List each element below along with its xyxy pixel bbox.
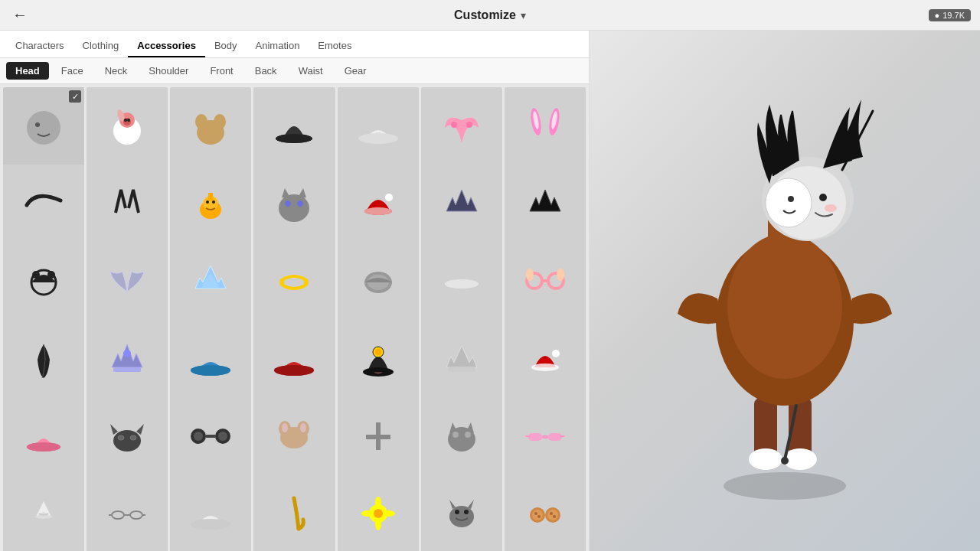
svg-point-74 — [300, 423, 306, 432]
grid-item-15[interactable] — [3, 242, 84, 323]
grid-item-36[interactable] — [3, 473, 84, 551]
grid-item-6[interactable] — [421, 87, 502, 168]
tab-animation[interactable]: Animation — [247, 35, 309, 57]
grid-item-25[interactable] — [253, 318, 335, 399]
title-area: Customize ▾ — [454, 8, 526, 22]
svg-point-108 — [550, 512, 553, 515]
character-container — [651, 69, 919, 513]
grid-item-32[interactable] — [253, 396, 335, 477]
subtab-front[interactable]: Front — [201, 62, 242, 80]
grid-item-39[interactable] — [253, 473, 335, 551]
grid-item-17[interactable] — [170, 242, 251, 323]
grid-item-12[interactable] — [338, 165, 419, 246]
svg-rect-82 — [548, 433, 562, 441]
grid-item-38[interactable] — [170, 473, 251, 551]
subtab-waist[interactable]: Waist — [289, 62, 332, 80]
svg-point-98 — [383, 510, 395, 517]
grid-item-20[interactable] — [421, 242, 502, 323]
svg-point-110 — [724, 472, 846, 500]
viewer-badge-icon: ● — [935, 11, 940, 20]
back-button[interactable]: ← — [12, 6, 28, 24]
svg-point-53 — [274, 365, 314, 376]
grid-item-31[interactable] — [170, 396, 251, 477]
grid-item-35[interactable] — [505, 396, 586, 477]
grid-item-7[interactable] — [505, 87, 586, 168]
grid-item-1[interactable]: ✓ — [3, 87, 84, 168]
svg-rect-15 — [376, 132, 381, 139]
svg-point-17 — [466, 122, 472, 128]
grid-item-30[interactable] — [87, 396, 168, 477]
svg-rect-26 — [208, 193, 213, 201]
left-panel: Characters Clothing Accessories Body Ani… — [0, 31, 590, 551]
tab-clothing[interactable]: Clothing — [74, 35, 129, 57]
svg-point-46 — [526, 269, 534, 281]
svg-point-109 — [553, 515, 556, 518]
svg-point-68 — [194, 432, 203, 441]
top-bar: ← Customize ▾ ● 19.7K — [0, 0, 980, 31]
grid-item-27[interactable] — [421, 318, 502, 399]
tab-accessories[interactable]: Accessories — [128, 35, 205, 57]
back-icon: ← — [12, 6, 28, 23]
grid-item-22[interactable] — [3, 318, 84, 399]
grid-item-14[interactable] — [505, 165, 586, 246]
subtab-gear[interactable]: Gear — [335, 62, 376, 80]
grid-item-19[interactable] — [338, 242, 419, 323]
svg-point-37 — [279, 279, 284, 286]
grid-item-10[interactable] — [170, 165, 251, 246]
grid-item-2[interactable] — [87, 87, 168, 168]
viewer-badge-count: 19.7K — [942, 11, 965, 20]
subtab-face[interactable]: Face — [52, 62, 93, 80]
svg-point-42 — [445, 279, 479, 289]
grid-item-5[interactable] — [338, 87, 419, 168]
tab-characters[interactable]: Characters — [6, 35, 74, 57]
dropdown-icon[interactable]: ▾ — [521, 9, 526, 21]
svg-point-121 — [788, 196, 794, 202]
svg-point-56 — [375, 349, 381, 355]
svg-point-32 — [385, 194, 393, 201]
svg-point-107 — [547, 510, 558, 520]
grid-item-8[interactable] — [3, 165, 84, 246]
grid-item-29[interactable] — [3, 396, 84, 477]
grid-item-21[interactable] — [505, 242, 586, 323]
svg-point-34 — [32, 271, 40, 279]
svg-point-73 — [282, 423, 288, 432]
grid-item-13[interactable] — [421, 165, 502, 246]
svg-point-86 — [112, 511, 124, 519]
grid-item-16[interactable] — [87, 242, 168, 323]
grid-item-4[interactable] — [253, 87, 335, 168]
grid-item-3[interactable] — [170, 87, 251, 168]
grid-item-42[interactable] — [505, 473, 586, 551]
grid-item-11[interactable] — [253, 165, 335, 246]
grid-item-26[interactable] — [338, 318, 419, 399]
svg-point-94 — [374, 509, 383, 518]
svg-point-59 — [552, 350, 560, 357]
svg-rect-48 — [113, 367, 141, 372]
subtab-head[interactable]: Head — [6, 62, 49, 80]
svg-point-6 — [124, 119, 127, 122]
svg-point-101 — [464, 510, 469, 514]
svg-point-36 — [282, 276, 306, 289]
grid-item-40[interactable] — [338, 473, 419, 551]
subtab-shoulder[interactable]: Shoulder — [139, 62, 198, 80]
svg-point-7 — [127, 119, 130, 122]
grid-item-33[interactable] — [338, 396, 419, 477]
svg-point-96 — [375, 518, 381, 530]
grid-item-34[interactable] — [421, 396, 502, 477]
svg-point-103 — [532, 510, 543, 520]
grid-item-41[interactable] — [421, 473, 502, 551]
svg-rect-83 — [542, 435, 548, 439]
svg-point-38 — [304, 279, 309, 286]
grid-item-24[interactable] — [170, 318, 251, 399]
grid-item-28[interactable] — [505, 318, 586, 399]
grid-item-9[interactable] — [87, 165, 168, 246]
subtab-neck[interactable]: Neck — [96, 62, 137, 80]
tab-emotes[interactable]: Emotes — [309, 35, 361, 57]
grid-item-37[interactable] — [87, 473, 168, 551]
grid-item-23[interactable] — [87, 318, 168, 399]
svg-point-58 — [531, 364, 559, 371]
svg-point-105 — [537, 515, 541, 518]
tab-body[interactable]: Body — [205, 35, 247, 57]
grid-item-18[interactable] — [253, 242, 335, 323]
svg-point-114 — [783, 448, 817, 470]
subtab-back[interactable]: Back — [246, 62, 286, 80]
